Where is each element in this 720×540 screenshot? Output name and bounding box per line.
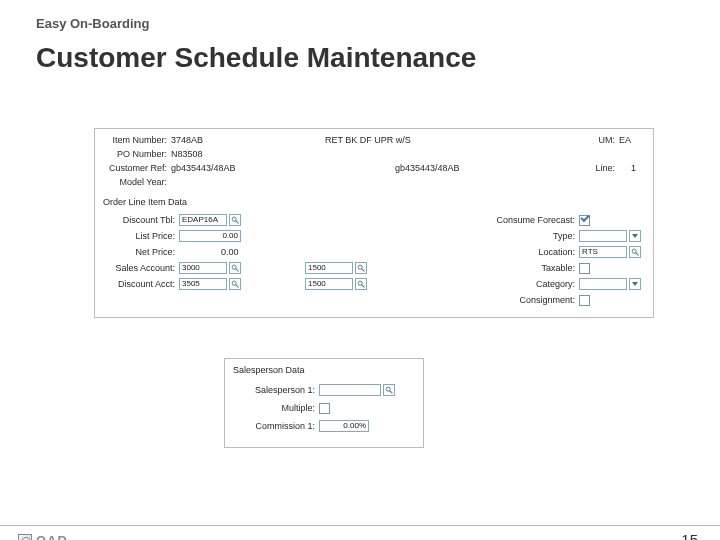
qad-logo-text: QAD <box>36 533 68 540</box>
svg-line-13 <box>390 391 392 393</box>
svg-line-7 <box>236 285 238 287</box>
salesperson-input[interactable] <box>319 384 381 396</box>
discount-tbl-label: Discount Tbl: <box>95 215 175 225</box>
page-number: 15 <box>681 531 698 540</box>
category-label: Category: <box>515 279 575 289</box>
item-number-value: 3748AB <box>171 135 203 145</box>
consume-forecast-checkbox[interactable] <box>579 215 590 226</box>
sales-account-input-2[interactable]: 1500 <box>305 262 353 274</box>
qad-logo: QAD <box>18 533 68 540</box>
um-label: UM: <box>575 135 615 145</box>
salesperson-section-title: Salesperson Data <box>233 365 305 375</box>
discount-acct-lookup-icon[interactable] <box>229 278 241 290</box>
consignment-label: Consignment: <box>505 295 575 305</box>
model-year-label: Model Year: <box>95 177 167 187</box>
qad-logo-icon <box>18 534 32 541</box>
multiple-checkbox[interactable] <box>319 403 330 414</box>
um-value: EA <box>619 135 631 145</box>
po-number-label: PO Number: <box>95 149 167 159</box>
consignment-checkbox[interactable] <box>579 295 590 306</box>
location-label: Location: <box>515 247 575 257</box>
customer-ref-value-2: gb435443/48AB <box>395 163 460 173</box>
discount-acct-lookup-icon-2[interactable] <box>355 278 367 290</box>
category-dropdown-icon[interactable] <box>629 278 641 290</box>
customer-ref-label: Customer Ref: <box>95 163 167 173</box>
discount-acct-input-2[interactable]: 1500 <box>305 278 353 290</box>
discount-acct-input[interactable]: 3505 <box>179 278 227 290</box>
item-number-label: Item Number: <box>95 135 167 145</box>
type-label: Type: <box>525 231 575 241</box>
type-dropdown-icon[interactable] <box>629 230 641 242</box>
net-price-label: Net Price: <box>95 247 175 257</box>
svg-line-9 <box>362 285 364 287</box>
line-label: Line: <box>575 163 615 173</box>
commission-label: Commission 1: <box>225 421 315 431</box>
item-description: RET BK DF UPR w/S <box>325 135 411 145</box>
salesperson-label: Salesperson 1: <box>225 385 315 395</box>
multiple-label: Multiple: <box>225 403 315 413</box>
salesperson-panel: Salesperson Data Salesperson 1: Multiple… <box>224 358 424 448</box>
salesperson-lookup-icon[interactable] <box>383 384 395 396</box>
footer-divider <box>0 525 720 526</box>
location-lookup-icon[interactable] <box>629 246 641 258</box>
taxable-label: Taxable: <box>525 263 575 273</box>
line-value: 1 <box>631 163 636 173</box>
type-input[interactable] <box>579 230 627 242</box>
slide-subtitle: Easy On-Boarding <box>36 16 149 31</box>
customer-ref-value-1: gb435443/48AB <box>171 163 236 173</box>
svg-line-5 <box>362 269 364 271</box>
taxable-checkbox[interactable] <box>579 263 590 274</box>
discount-tbl-input[interactable]: EDAP16A <box>179 214 227 226</box>
footer: QAD 15 <box>0 525 720 526</box>
order-line-section-title: Order Line Item Data <box>103 197 187 207</box>
po-number-value: N83508 <box>171 149 203 159</box>
consume-forecast-label: Consume Forecast: <box>475 215 575 225</box>
location-input[interactable]: RTS <box>579 246 627 258</box>
sales-account-lookup-icon-2[interactable] <box>355 262 367 274</box>
svg-line-11 <box>636 253 638 255</box>
sales-account-input[interactable]: 3000 <box>179 262 227 274</box>
slide-title: Customer Schedule Maintenance <box>36 42 476 74</box>
list-price-label: List Price: <box>95 231 175 241</box>
category-input[interactable] <box>579 278 627 290</box>
discount-tbl-lookup-icon[interactable] <box>229 214 241 226</box>
sales-account-label: Sales Account: <box>95 263 175 273</box>
svg-line-1 <box>236 221 238 223</box>
svg-line-3 <box>236 269 238 271</box>
order-line-panel: Item Number: 3748AB RET BK DF UPR w/S UM… <box>94 128 654 318</box>
list-price-input[interactable]: 0.00 <box>179 230 241 242</box>
commission-input[interactable]: 0.00% <box>319 420 369 432</box>
discount-acct-label: Discount Acct: <box>95 279 175 289</box>
sales-account-lookup-icon[interactable] <box>229 262 241 274</box>
net-price-value: 0.00 <box>221 247 239 257</box>
